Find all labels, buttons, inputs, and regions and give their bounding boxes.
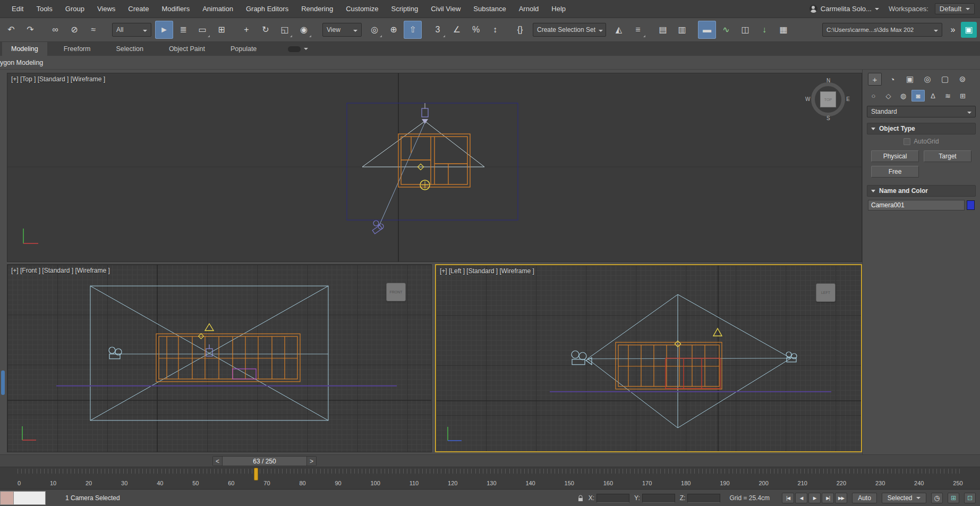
x-coordinate-field[interactable] bbox=[596, 494, 629, 503]
viewport-front[interactable]: [+] [Front ] [Standard ] [Wireframe ] bbox=[7, 264, 432, 452]
maximize-viewport-button[interactable]: ⊡ bbox=[964, 493, 976, 503]
name-and-color-rollout-header[interactable]: Name and Color bbox=[867, 185, 976, 197]
auto-key-button[interactable]: Auto bbox=[852, 493, 877, 503]
menu-create[interactable]: Create bbox=[122, 0, 155, 18]
viewcube-south-label[interactable]: S bbox=[826, 115, 830, 121]
mirror-button[interactable]: ◭ bbox=[610, 21, 628, 39]
tab-modeling[interactable]: Modeling bbox=[2, 42, 47, 56]
time-configuration-button[interactable]: ◷ bbox=[931, 493, 943, 503]
reference-coordinate-system-dropdown[interactable]: View bbox=[322, 23, 362, 37]
create-tab[interactable]: + bbox=[868, 73, 882, 86]
window-crossing-button[interactable]: ⊞ bbox=[212, 21, 231, 39]
cameras-category[interactable]: ◙ bbox=[911, 90, 925, 102]
menu-arnold[interactable]: Arnold bbox=[513, 0, 546, 18]
spinner-snap-button[interactable]: ↕ bbox=[486, 21, 504, 39]
physical-camera-button[interactable]: Physical bbox=[871, 150, 919, 162]
select-and-link-button[interactable]: ∞ bbox=[46, 21, 64, 39]
previous-frame-button[interactable]: ◀ bbox=[795, 493, 807, 503]
time-slider-track[interactable]: < 63 / 250 > bbox=[0, 454, 980, 467]
viewport-left[interactable]: [+] [Left ] [Standard ] [Wireframe ] bbox=[435, 264, 862, 452]
chevron-down-icon[interactable] bbox=[304, 48, 308, 52]
tab-selection[interactable]: Selection bbox=[107, 42, 152, 56]
keyboard-shortcut-override-button[interactable]: ⇧ bbox=[404, 21, 422, 39]
menu-customize[interactable]: Customize bbox=[339, 0, 385, 18]
time-slider-thumb[interactable]: < 63 / 250 > bbox=[212, 456, 317, 466]
object-name-field[interactable] bbox=[868, 200, 965, 210]
snap-toggle-3d-button[interactable]: 3 bbox=[429, 21, 447, 39]
select-and-scale-button[interactable]: ◱ bbox=[276, 21, 294, 39]
select-and-move-button[interactable]: + bbox=[237, 21, 255, 39]
autogrid-checkbox[interactable]: AutoGrid bbox=[869, 138, 974, 145]
menu-substance[interactable]: Substance bbox=[467, 0, 512, 18]
polygon-modeling-panel-label[interactable]: ygon Modeling bbox=[0, 59, 43, 66]
redo-button[interactable]: ↷ bbox=[21, 21, 39, 39]
viewcube[interactable]: N S W E TOP bbox=[807, 79, 849, 120]
menu-tools[interactable]: Tools bbox=[30, 0, 58, 18]
shapes-category[interactable]: ◇ bbox=[882, 90, 895, 102]
selection-filter-dropdown[interactable]: All bbox=[112, 23, 151, 37]
workspace-dropdown[interactable]: Default bbox=[935, 3, 975, 14]
next-frame-arrow-button[interactable]: > bbox=[306, 457, 316, 466]
tab-object-paint[interactable]: Object Paint bbox=[160, 42, 214, 56]
use-pivot-point-center-button[interactable]: ◎ bbox=[365, 21, 384, 39]
front-view-gizmo[interactable]: FRONT bbox=[386, 283, 406, 301]
y-coordinate-field[interactable] bbox=[642, 494, 675, 503]
selection-lock-icon[interactable] bbox=[577, 495, 584, 502]
schematic-view-button[interactable]: ◫ bbox=[736, 21, 754, 39]
left-view-gizmo[interactable]: LEFT bbox=[816, 283, 836, 302]
panel-scroll-handle[interactable] bbox=[1, 370, 5, 395]
app-badge-icon[interactable]: ▣ bbox=[961, 22, 977, 38]
motion-tab[interactable]: ◎ bbox=[921, 73, 934, 86]
systems-category[interactable]: ⊞ bbox=[956, 90, 969, 102]
render-setup-button[interactable]: ▦ bbox=[774, 21, 792, 39]
viewcube-west-label[interactable]: W bbox=[805, 96, 810, 102]
project-folder-field[interactable]: C:\Users\carme...s\3ds Max 202 bbox=[822, 23, 942, 37]
toggle-scene-explorer-button[interactable]: ▤ bbox=[654, 21, 672, 39]
track-bar[interactable]: 0 10 20 30 40 50 60 70 80 90 bbox=[0, 467, 980, 490]
menu-graph-editors[interactable]: Graph Editors bbox=[240, 0, 295, 18]
maxscript-mini-listener[interactable] bbox=[0, 491, 46, 505]
angle-snap-button[interactable]: ∠ bbox=[448, 21, 466, 39]
percent-snap-button[interactable]: % bbox=[467, 21, 485, 39]
go-to-end-button[interactable]: ▶▶ bbox=[835, 493, 847, 503]
display-tab[interactable]: ▢ bbox=[938, 73, 952, 86]
select-and-place-button[interactable]: ◉ bbox=[295, 21, 313, 39]
z-coordinate-field[interactable] bbox=[687, 494, 720, 503]
free-camera-button[interactable]: Free bbox=[871, 166, 919, 178]
listener-script-pane[interactable] bbox=[14, 491, 46, 505]
play-button[interactable]: ▶ bbox=[808, 493, 821, 503]
menu-rendering[interactable]: Rendering bbox=[295, 0, 339, 18]
helpers-category[interactable]: ∆ bbox=[926, 90, 940, 102]
go-to-start-button[interactable]: |◀ bbox=[782, 493, 794, 503]
select-and-manipulate-button[interactable]: ⊕ bbox=[385, 21, 403, 39]
menu-modifiers[interactable]: Modifiers bbox=[155, 0, 196, 18]
tab-populate[interactable]: Populate bbox=[221, 42, 266, 56]
lights-category[interactable]: ◍ bbox=[897, 90, 910, 102]
object-type-rollout-header[interactable]: Object Type bbox=[867, 123, 976, 134]
populate-flock-icon[interactable] bbox=[288, 46, 301, 52]
viewport-left-label[interactable]: [+] [Left ] [Standard ] [Wireframe ] bbox=[440, 267, 534, 275]
align-button[interactable]: ≡ bbox=[629, 21, 647, 39]
unlink-selection-button[interactable]: ⊘ bbox=[65, 21, 83, 39]
menu-animation[interactable]: Animation bbox=[196, 0, 240, 18]
menu-civil-view[interactable]: Civil View bbox=[424, 0, 467, 18]
viewcube-east-label[interactable]: E bbox=[846, 96, 850, 102]
menu-views[interactable]: Views bbox=[91, 0, 122, 18]
hierarchy-tab[interactable]: ▣ bbox=[903, 73, 917, 86]
tab-freeform[interactable]: Freeform bbox=[55, 42, 100, 56]
render-production-button[interactable]: ↓ bbox=[755, 21, 773, 39]
toggle-layer-explorer-button[interactable]: ▥ bbox=[673, 21, 691, 39]
viewcube-north-label[interactable]: N bbox=[826, 78, 830, 83]
next-frame-button[interactable]: ▶| bbox=[822, 493, 834, 503]
object-color-swatch[interactable] bbox=[967, 200, 975, 210]
object-class-dropdown[interactable]: Standard bbox=[867, 106, 976, 117]
menu-edit[interactable]: Edit bbox=[5, 0, 30, 18]
edit-named-selection-sets-button[interactable]: {} bbox=[511, 21, 529, 39]
current-frame-marker[interactable] bbox=[254, 468, 258, 480]
previous-frame-arrow-button[interactable]: < bbox=[213, 457, 223, 466]
viewport-top[interactable]: [+] [Top ] [Standard ] [Wireframe ] bbox=[7, 73, 862, 262]
menu-scripting[interactable]: Scripting bbox=[385, 0, 425, 18]
menu-help[interactable]: Help bbox=[545, 0, 572, 18]
select-by-name-button[interactable]: ≣ bbox=[174, 21, 192, 39]
zoom-extents-button[interactable]: ⊞ bbox=[948, 493, 959, 503]
